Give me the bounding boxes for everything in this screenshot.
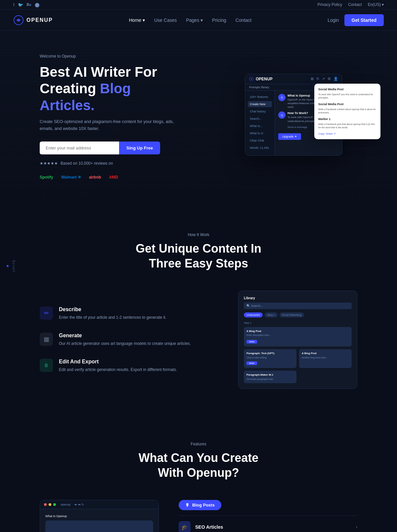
lang-selector[interactable]: En(US) ▾ <box>368 2 384 7</box>
chat-avatar-2: Q <box>278 111 286 119</box>
step-describe-desc: Enter the title of your article and 1-2 … <box>59 314 166 321</box>
sidebar-whatis[interactable]: What Is... <box>248 123 272 129</box>
how-steps: ✏ Describe Enter the title of your artic… <box>40 307 218 373</box>
lib-card-1: A Blog Post Another blog entry here. <box>299 349 352 368</box>
lib-card-0-title: Paragraph: Test (GPT) <box>246 352 294 355</box>
step-export: B Edit And Export Edit and verify articl… <box>40 359 218 373</box>
lib-card-main-text: Enter description here... <box>246 334 349 336</box>
reviews-text: Based on 10,000+ reviews on <box>61 161 113 166</box>
seo-articles-label: SEO Articles <box>195 524 223 530</box>
panel-content-1: To work with OpenUP you first need to un… <box>318 93 376 100</box>
hero-welcome-text: Welcome to Openup <box>40 54 179 59</box>
scroll-dot <box>7 265 9 267</box>
copy-link[interactable]: Copy <box>318 132 325 135</box>
avatar-icon: 👤 <box>333 77 338 81</box>
nav-actions: Login Get Started <box>328 14 384 26</box>
step-describe: ✏ Describe Enter the title of your artic… <box>40 307 218 321</box>
step-export-content: Edit And Export Edit and verify article … <box>59 359 177 373</box>
lib-card-1-text: Another blog entry here. <box>302 356 349 359</box>
step-describe-title: Describe <box>59 307 166 312</box>
library-mockup: Library 🔍 Search... Underwriter Blog + E… <box>238 291 357 389</box>
dribbble-icon[interactable]: ⬤ <box>35 2 40 7</box>
hero-reviews: ★★★★★ Based on 10,000+ reviews on <box>40 161 179 166</box>
twitter-icon[interactable]: 🐦 <box>18 2 23 7</box>
logo-icon <box>13 15 24 25</box>
facebook-icon[interactable]: f <box>13 2 15 7</box>
panel-marker: Marker 1 <box>318 117 376 121</box>
features-title-line2: With Openup? <box>158 466 239 479</box>
library-search[interactable]: 🔍 Search... <box>244 303 352 309</box>
star-rating: ★★★★★ <box>40 161 58 166</box>
lib-write-btn[interactable]: Write <box>246 340 257 344</box>
grid-icon: ⊞ <box>311 77 314 81</box>
sidebar-clearchat[interactable]: Clear Chat <box>248 138 272 143</box>
nav-links: Home ▾ Use Cases Pages ▾ Pricing Contact <box>129 18 251 23</box>
top-bar-links: Privacy Policy Contact En(US) ▾ <box>318 2 384 7</box>
app-tab-prompts[interactable]: Prompts library <box>249 86 269 89</box>
sidebar-features[interactable]: 100+ features <box>248 94 272 100</box>
video-placeholder: ▶ <box>45 520 153 532</box>
email-input[interactable] <box>40 142 119 154</box>
feature-seo-articles[interactable]: 🎓 SEO Articles › <box>179 516 357 532</box>
lib-tab-2[interactable]: Email Marketing <box>280 312 304 317</box>
library-step-label: Step 1 <box>244 321 352 324</box>
sidebar-search[interactable]: Search... <box>248 116 272 122</box>
app-logo: OPENUP <box>249 77 273 81</box>
lib-tab-0[interactable]: Underwriter <box>244 312 263 317</box>
lib-card-0-btn[interactable]: Write <box>246 361 257 365</box>
generate-icon: ▦ <box>40 333 53 346</box>
login-link[interactable]: Login <box>328 18 339 23</box>
sidebar-create[interactable]: Create New <box>248 101 272 107</box>
seo-icon: 🎓 <box>179 521 191 532</box>
features-title-line1: What Can You Create <box>139 451 259 465</box>
share-icon: ↗ <box>322 77 325 81</box>
top-bar-social: f 🐦 𝐁𝐞 ⬤ <box>13 2 40 7</box>
step-describe-content: Describe Enter the title of your article… <box>59 307 166 321</box>
nav-link-contact[interactable]: Contact <box>236 18 251 23</box>
sidebar-history[interactable]: Chat history <box>248 108 272 114</box>
scroll-label: Scroll <box>12 260 16 272</box>
feat-bar-icons: ⬅ ➡ ↻ <box>74 503 84 506</box>
export-icon: B <box>40 359 53 372</box>
nav-link-home[interactable]: Home ▾ <box>129 18 145 23</box>
nav-link-pages[interactable]: Pages ▾ <box>186 18 203 23</box>
panel-content-3: Write a Facebook post that about openup … <box>318 123 376 130</box>
feature-blog-posts[interactable]: 🎙 Blog Posts <box>179 500 357 516</box>
hero-content: Welcome to Openup Best AI Writer For Cre… <box>40 54 179 180</box>
chevron-right-icon: › <box>356 525 357 529</box>
step-generate-content: Generate Our AI article generator uses a… <box>59 333 191 347</box>
contact-link[interactable]: Contact <box>348 2 362 7</box>
floating-panel: Social Media Post To work with OpenUP yo… <box>314 84 380 139</box>
app-sidebar: 100+ features Create New Chat history Se… <box>245 91 275 155</box>
nav-link-pricing[interactable]: Pricing <box>212 18 226 23</box>
hero-section: Welcome to Openup Best AI Writer For Cre… <box>0 31 397 206</box>
step-export-title: Edit And Export <box>59 359 177 365</box>
hero-mockup: OPENUP ⊞ ↻ ↗ ⚙ 👤 Prompts library 100+ fe… <box>245 70 371 163</box>
lib-tab-1[interactable]: Blog + <box>265 312 278 317</box>
signup-button[interactable]: Sing Up Free <box>119 142 160 154</box>
lib-card-0: Paragraph: Test (GPT) Click to start wri… <box>244 349 296 368</box>
lib-card-2: Paragraph-Maker M.1 Generate paragraphs … <box>244 371 296 384</box>
hero-title-line2-plain: Creating <box>40 81 100 96</box>
behance-icon[interactable]: 𝐁𝐞 <box>26 2 31 7</box>
scroll-indicator: Scroll <box>7 260 16 272</box>
lang-label: En(US) <box>368 2 381 7</box>
navbar: OPENUP Home ▾ Use Cases Pages ▾ Pricing … <box>0 10 397 31</box>
brand-logos: Spotify Walmart ✳ airbnb AMD <box>40 175 179 180</box>
share-link[interactable]: Share ↗ <box>326 132 336 135</box>
logo-text: OPENUP <box>26 17 53 23</box>
privacy-link[interactable]: Privacy Policy <box>318 2 342 7</box>
nav-link-usecases[interactable]: Use Cases <box>154 18 177 23</box>
sidebar-whatisai[interactable]: What is AI <box>248 130 272 136</box>
blog-icon: 🎙 <box>185 503 190 508</box>
sidebar-words: Words: 11,491 <box>248 145 272 151</box>
features-title: What Can You Create With Openup? <box>40 450 357 480</box>
blog-posts-pill[interactable]: 🎙 Blog Posts <box>179 500 221 510</box>
lib-card-0-text: Click to start writing. <box>246 356 294 359</box>
app-name: OPENUP <box>256 77 273 81</box>
how-it-works-section: How It Work Get Unique Content In Three … <box>0 206 397 416</box>
dot-green <box>53 503 56 506</box>
upgrade-button[interactable]: Upgrade ✦ <box>278 133 301 140</box>
get-started-button[interactable]: Get Started <box>344 14 384 26</box>
app-header: OPENUP ⊞ ↻ ↗ ⚙ 👤 <box>245 74 342 84</box>
